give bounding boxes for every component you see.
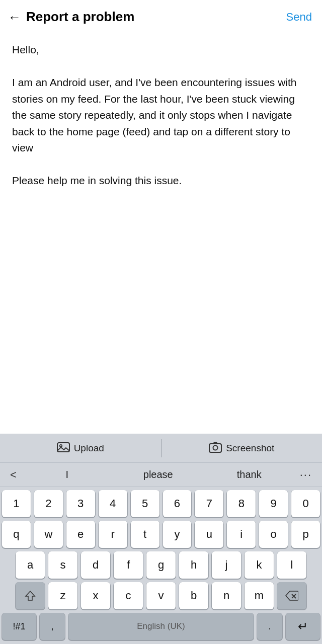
key-2[interactable]: 2 [34, 490, 63, 517]
key-b[interactable]: b [179, 582, 208, 609]
camera-icon [209, 441, 222, 456]
send-button[interactable]: Send [286, 11, 312, 24]
suggestions-row: < I please thank ··· [0, 462, 322, 487]
back-button[interactable]: ← [8, 11, 21, 24]
comma-key[interactable]: , [40, 613, 65, 640]
key-3[interactable]: 3 [66, 490, 95, 517]
key-o[interactable]: o [259, 521, 288, 548]
suggestions-more[interactable]: ··· [295, 468, 317, 481]
key-0[interactable]: 0 [291, 490, 320, 517]
key-s[interactable]: s [48, 551, 77, 579]
key-5[interactable]: 5 [131, 490, 159, 517]
key-u[interactable]: u [195, 521, 223, 548]
key-6[interactable]: 6 [163, 490, 192, 517]
key-x[interactable]: x [81, 582, 110, 609]
shift-key[interactable] [16, 582, 45, 609]
key-l[interactable]: l [277, 551, 306, 579]
key-f[interactable]: f [114, 551, 143, 579]
key-j[interactable]: j [212, 551, 241, 579]
upload-label: Upload [74, 443, 104, 454]
key-y[interactable]: y [163, 521, 192, 548]
key-d[interactable]: d [81, 551, 110, 579]
bottom-row: !#1 , English (UK) . ↵ [2, 613, 320, 640]
key-z[interactable]: z [48, 582, 77, 609]
report-text-area[interactable]: Hello, I am an Android user, and I've be… [0, 32, 322, 434]
keyboard: 1 2 3 4 5 6 7 8 9 0 q w e r t y u i o p … [0, 487, 322, 644]
svg-marker-4 [26, 591, 35, 600]
suggestion-I[interactable]: I [22, 466, 113, 484]
asdf-row: a s d f g h j k l [2, 551, 320, 579]
key-w[interactable]: w [34, 521, 63, 548]
svg-point-3 [213, 445, 218, 450]
key-m[interactable]: m [245, 582, 274, 609]
screenshot-button[interactable]: Screenshot [162, 441, 323, 456]
report-body-text: Hello, I am an Android user, and I've be… [12, 42, 310, 189]
key-c[interactable]: c [114, 582, 143, 609]
key-n[interactable]: n [212, 582, 241, 609]
key-h[interactable]: h [179, 551, 208, 579]
key-e[interactable]: e [66, 521, 95, 548]
key-g[interactable]: g [146, 551, 176, 579]
keyboard-toolbar: Upload Screenshot [0, 434, 322, 462]
key-1[interactable]: 1 [2, 490, 31, 517]
key-k[interactable]: k [245, 551, 274, 579]
svg-point-1 [59, 444, 61, 446]
enter-key[interactable]: ↵ [286, 613, 320, 640]
upload-icon [57, 441, 70, 456]
key-i[interactable]: i [227, 521, 256, 548]
suggestions-back[interactable]: < [5, 468, 22, 481]
period-key[interactable]: . [257, 613, 282, 640]
backspace-key[interactable] [277, 582, 306, 609]
key-8[interactable]: 8 [227, 490, 256, 517]
header: ← Report a problem Send [0, 0, 322, 32]
qwerty-row: q w e r t y u i o p [2, 521, 320, 548]
key-4[interactable]: 4 [99, 490, 127, 517]
space-key[interactable]: English (UK) [68, 613, 254, 640]
number-row: 1 2 3 4 5 6 7 8 9 0 [2, 490, 320, 517]
key-9[interactable]: 9 [259, 490, 288, 517]
symbol-key[interactable]: !#1 [2, 613, 36, 640]
header-left: ← Report a problem [8, 9, 134, 25]
key-a[interactable]: a [16, 551, 45, 579]
key-r[interactable]: r [99, 521, 127, 548]
suggestion-please[interactable]: please [113, 466, 204, 484]
zxcv-row: z x c v b n m [2, 582, 320, 609]
key-q[interactable]: q [2, 521, 31, 548]
page-title: Report a problem [26, 9, 134, 25]
suggestion-thank[interactable]: thank [204, 466, 295, 484]
key-p[interactable]: p [291, 521, 320, 548]
key-7[interactable]: 7 [195, 490, 223, 517]
svg-rect-0 [57, 443, 69, 452]
key-v[interactable]: v [146, 582, 176, 609]
screenshot-label: Screenshot [226, 443, 274, 454]
upload-button[interactable]: Upload [0, 441, 161, 456]
key-t[interactable]: t [131, 521, 159, 548]
